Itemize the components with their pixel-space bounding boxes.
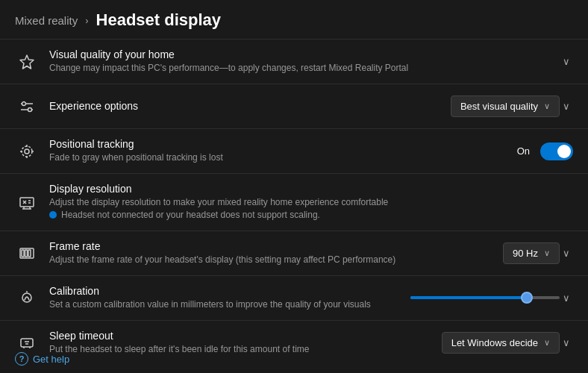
setting-row-experience-options[interactable]: Experience optionsBest visual quality∨∨ [0,84,588,128]
calibration-slider-container [410,296,560,299]
calibration-expand-chevron[interactable]: ∨ [560,289,573,307]
svg-point-4 [28,107,32,111]
sleep-timeout-dropdown[interactable]: Let Windows decide∨ [442,332,560,354]
frame-rate-desc: Adjust the frame rate of your headset's … [49,254,491,266]
setting-row-display-resolution[interactable]: Display resolutionAdjust the display res… [0,173,588,231]
positional-tracking-icon [15,140,39,163]
setting-row-positional-tracking[interactable]: Positional trackingFade to gray when pos… [0,128,588,173]
display-resolution-warning: Headset not connected or your headset do… [49,209,561,222]
display-resolution-desc: Adjust the display resolution to make yo… [49,196,561,209]
settings-list: Visual quality of your homeChange may im… [0,39,588,365]
experience-options-icon [15,95,39,119]
get-help-label: Get help [33,354,69,365]
setting-row-frame-rate[interactable]: Frame rateAdjust the frame rate of your … [0,231,588,275]
sleep-timeout-controls: Let Windows decide∨ [442,332,560,354]
setting-row-visual-quality[interactable]: Visual quality of your homeChange may im… [0,39,588,84]
svg-rect-22 [28,250,31,257]
visual-quality-title: Visual quality of your home [49,48,548,60]
experience-options-controls: Best visual quality∨ [451,95,560,117]
sleep-timeout-dropdown-chevron: ∨ [544,338,550,348]
svg-rect-21 [25,250,28,257]
setting-row-sleep-timeout[interactable]: Sleep timeoutPut the headset to sleep af… [0,320,588,365]
display-resolution-warning-text: Headset not connected or your headset do… [61,209,320,222]
calibration-title: Calibration [49,285,398,297]
experience-options-title: Experience options [49,100,439,112]
setting-row-calibration[interactable]: CalibrationSet a custom calibration valu… [0,275,588,320]
calibration-slider-fill [410,296,527,299]
frame-rate-title: Frame rate [49,240,491,252]
frame-rate-icon [15,241,39,265]
calibration-content: CalibrationSet a custom calibration valu… [49,285,398,311]
frame-rate-content: Frame rateAdjust the frame rate of your … [49,240,491,266]
visual-quality-content: Visual quality of your homeChange may im… [49,48,548,75]
visual-quality-expand-chevron[interactable]: ∨ [560,53,573,70]
positional-tracking-desc: Fade to gray when positional tracking is… [49,151,505,164]
warning-dot [49,211,57,219]
calibration-slider-thumb[interactable] [521,292,533,304]
svg-point-6 [22,146,32,157]
svg-point-5 [25,149,29,154]
sleep-timeout-dropdown-value: Let Windows decide [451,337,538,348]
svg-marker-0 [20,55,34,69]
visual-quality-desc: Change may impact this PC's performance—… [49,62,548,75]
svg-rect-11 [20,198,34,207]
header: Mixed reality › Headset display [0,0,588,39]
experience-options-dropdown-chevron: ∨ [544,101,550,111]
page-title: Headset display [96,10,222,30]
experience-options-dropdown[interactable]: Best visual quality∨ [451,95,560,117]
svg-point-2 [22,101,26,105]
sleep-timeout-icon [15,330,39,354]
display-resolution-icon [15,190,39,214]
calibration-slider-track[interactable] [410,296,560,299]
experience-options-content: Experience options [49,100,439,113]
help-icon: ? [15,352,28,366]
frame-rate-controls: 90 Hz∨ [503,242,560,264]
display-resolution-content: Display resolutionAdjust the display res… [49,183,561,222]
svg-rect-25 [21,339,33,347]
frame-rate-dropdown-chevron: ∨ [544,248,550,258]
sleep-timeout-expand-chevron[interactable]: ∨ [560,334,573,351]
svg-point-23 [22,293,31,302]
visual-quality-icon [15,50,39,74]
positional-tracking-toggle[interactable] [540,142,573,160]
positional-tracking-controls: On [517,142,573,160]
breadcrumb-chevron: › [85,15,88,26]
sleep-timeout-title: Sleep timeout [49,330,430,342]
calibration-controls [410,296,560,299]
frame-rate-dropdown[interactable]: 90 Hz∨ [503,242,560,264]
parent-nav-link[interactable]: Mixed reality [15,14,78,27]
calibration-icon [15,286,39,310]
frame-rate-dropdown-value: 90 Hz [513,248,538,259]
positional-tracking-title: Positional tracking [49,138,505,150]
experience-options-expand-chevron[interactable]: ∨ [560,98,573,115]
sleep-timeout-content: Sleep timeoutPut the headset to sleep af… [49,330,430,356]
svg-rect-20 [22,250,24,257]
get-help-link[interactable]: ? Get help [15,352,69,366]
positional-tracking-content: Positional trackingFade to gray when pos… [49,138,505,164]
positional-tracking-toggle-label: On [517,145,530,157]
frame-rate-expand-chevron[interactable]: ∨ [560,245,573,262]
experience-options-dropdown-value: Best visual quality [460,101,538,112]
sleep-timeout-desc: Put the headset to sleep after it's been… [49,343,430,356]
bottom-bar: ? Get help [15,352,69,366]
display-resolution-title: Display resolution [49,183,561,195]
calibration-desc: Set a custom calibration value in millim… [49,298,398,311]
